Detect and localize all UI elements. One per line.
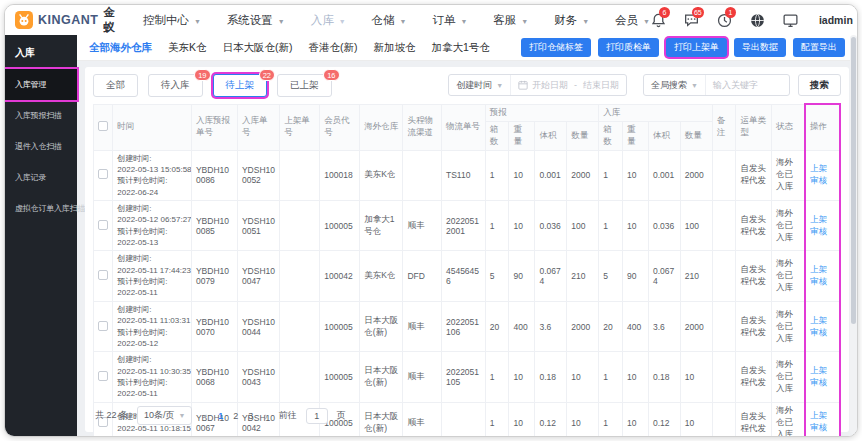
search-button[interactable]: 搜索: [798, 74, 841, 96]
date-end-placeholder: 结束日期: [583, 79, 619, 92]
next-page-button[interactable]: ›: [262, 410, 270, 422]
cell-member: 100018: [320, 150, 360, 200]
count-badge: 22: [259, 69, 275, 81]
sidebar-item-2[interactable]: 入库预报扫描: [5, 100, 77, 131]
cell-inbound-no: YDSH100044: [237, 301, 279, 351]
chevron-down-icon: ▼: [179, 412, 186, 419]
scrollbar-thumb[interactable]: [851, 37, 856, 324]
sidebar-item-3[interactable]: 退件入仓扫描: [5, 131, 77, 162]
toolbar-button-4[interactable]: 导出数据: [734, 38, 786, 57]
cell-warehouse: 加拿大1号仓: [360, 200, 403, 250]
screenshot-stage: KINGANT 金蚁 控制中心 ▼系统设置 ▼入库 ▼仓储 ▼订单 ▼客服 ▼财…: [0, 0, 862, 441]
prev-page-button[interactable]: ‹: [201, 410, 209, 422]
sidebar-item-1[interactable]: 入库管理: [5, 69, 77, 100]
menu-item-3[interactable]: 入库 ▼: [311, 13, 346, 28]
bell-icon[interactable]: 6: [650, 12, 667, 29]
menu-item-6[interactable]: 客服 ▼: [493, 13, 528, 28]
toolbar-button-5[interactable]: 配置导出: [793, 38, 845, 57]
filter-tab-2[interactable]: 待入库19: [148, 74, 203, 97]
cell-action: 上架审核: [805, 200, 840, 250]
page-number-1[interactable]: 1: [218, 411, 223, 421]
menu-label: 财务: [554, 14, 577, 26]
vertical-scrollbar[interactable]: [850, 35, 857, 434]
warehouse-tab-6[interactable]: 加拿大1号仓: [432, 41, 490, 55]
chevron-down-icon: ▼: [398, 18, 407, 25]
date-start-placeholder: 开始日期: [532, 79, 568, 92]
time-field-select[interactable]: 创建时间 ▼: [449, 75, 510, 95]
col-header-right-3: 状态: [772, 104, 805, 150]
page-number-3[interactable]: 3: [248, 411, 253, 421]
sidebar-item-5[interactable]: 虚拟仓订单入库扫描: [5, 193, 77, 224]
filter-tab-1[interactable]: 全部: [93, 74, 138, 97]
goto-page-input[interactable]: 1: [306, 408, 328, 424]
sidebar: 入库 入库管理入库预报扫描退件入仓扫描入库记录虚拟仓订单入库扫描: [5, 35, 77, 436]
user-name[interactable]: iadmin: [819, 14, 853, 26]
warehouse-tab-5[interactable]: 新加坡仓: [374, 41, 416, 55]
cell-action: 上架审核: [805, 150, 840, 200]
warehouse-tab-1[interactable]: 全部海外仓库: [89, 41, 152, 55]
cell-forecast-2: 90: [509, 251, 535, 301]
cell-forecast-3: 0.0674: [535, 251, 567, 301]
row-checkbox[interactable]: [98, 270, 108, 280]
menu-item-5[interactable]: 订单 ▼: [432, 13, 467, 28]
cell-channel: 顺丰: [403, 352, 442, 402]
filter-tab-label: 待上架: [226, 79, 255, 90]
cell-channel: [403, 150, 442, 200]
cell-forecast-no: YBDH100085: [191, 200, 237, 250]
putaway-review-link[interactable]: 上架审核: [810, 315, 827, 337]
warehouse-tab-4[interactable]: 香港仓(新): [309, 41, 358, 55]
warehouse-tab-3[interactable]: 日本大阪仓(新): [223, 41, 293, 55]
chevron-down-icon: ▼: [276, 18, 285, 25]
keyword-placeholder: 输入关键字: [713, 79, 758, 92]
menu-item-2[interactable]: 系统设置 ▼: [227, 13, 285, 28]
warehouse-tab-2[interactable]: 美东K仓: [168, 41, 207, 55]
table-row: 创建时间:2022-05-13 15:05:58预计到仓时间:2022-06-2…: [94, 150, 841, 200]
menu-item-1[interactable]: 控制中心 ▼: [143, 13, 201, 28]
filter-tab-4[interactable]: 已上架16: [277, 74, 332, 97]
putaway-review-link[interactable]: 上架审核: [810, 214, 827, 236]
toolbar-button-3[interactable]: 打印上架单: [666, 38, 727, 57]
sidebar-item-4[interactable]: 入库记录: [5, 162, 77, 193]
row-checkbox[interactable]: [98, 371, 108, 381]
row-checkbox[interactable]: [98, 321, 108, 331]
keyword-input[interactable]: 输入关键字: [705, 75, 789, 95]
cell-inbound-4: 10: [680, 352, 712, 402]
cell-forecast-4: 10: [567, 352, 599, 402]
cell-forecast-3: 3.6: [535, 301, 567, 351]
group-header-2: 入库: [599, 104, 713, 121]
cell-forecast-4: 210: [567, 251, 599, 301]
chat-icon[interactable]: 65: [683, 12, 700, 29]
putaway-review-link[interactable]: 上架审核: [810, 163, 827, 185]
cell-forecast-2: 10: [509, 150, 535, 200]
table-body: 创建时间:2022-05-13 15:05:58预计到仓时间:2022-06-2…: [94, 150, 841, 437]
putaway-review-link[interactable]: 上架审核: [810, 365, 827, 387]
monitor-icon[interactable]: [782, 12, 799, 29]
cell-member: 100005: [320, 301, 360, 351]
clock-icon[interactable]: 1: [716, 12, 733, 29]
menu-item-8[interactable]: 会员 ▼: [615, 13, 650, 28]
select-all-checkbox[interactable]: [98, 121, 108, 131]
putaway-review-link[interactable]: 上架审核: [810, 264, 827, 286]
brand[interactable]: KINGANT 金蚁: [15, 5, 115, 35]
page-numbers: 123: [218, 411, 253, 421]
col-header-4: 上架单号: [280, 104, 320, 150]
menu-item-4[interactable]: 仓储 ▼: [372, 13, 407, 28]
menu-item-7[interactable]: 财务 ▼: [554, 13, 589, 28]
date-range-picker[interactable]: 开始日期 - 结束日期: [510, 75, 626, 95]
search-scope-select[interactable]: 全局搜索 ▼: [644, 75, 705, 95]
cell-inbound-3: 0.0674: [648, 251, 680, 301]
cell-inbound-1: 1: [599, 200, 623, 250]
globe-icon[interactable]: [749, 12, 766, 29]
toolbar-button-1[interactable]: 打印仓储标签: [521, 38, 591, 57]
row-checkbox[interactable]: [98, 169, 108, 179]
page-number-2[interactable]: 2: [233, 411, 238, 421]
calendar-icon: [518, 80, 528, 90]
time-line: 创建时间:: [117, 304, 187, 315]
navbar-icons: 6651: [650, 12, 799, 29]
filter-tab-3[interactable]: 待上架22: [213, 74, 268, 97]
col-header-right-2: 运单类型: [736, 104, 772, 150]
page-size-select[interactable]: 10条/页 ▼: [137, 406, 192, 425]
toolbar-button-2[interactable]: 打印质检单: [598, 38, 659, 57]
subcol-header-0-2: 体积: [535, 121, 567, 150]
row-checkbox[interactable]: [98, 220, 108, 230]
